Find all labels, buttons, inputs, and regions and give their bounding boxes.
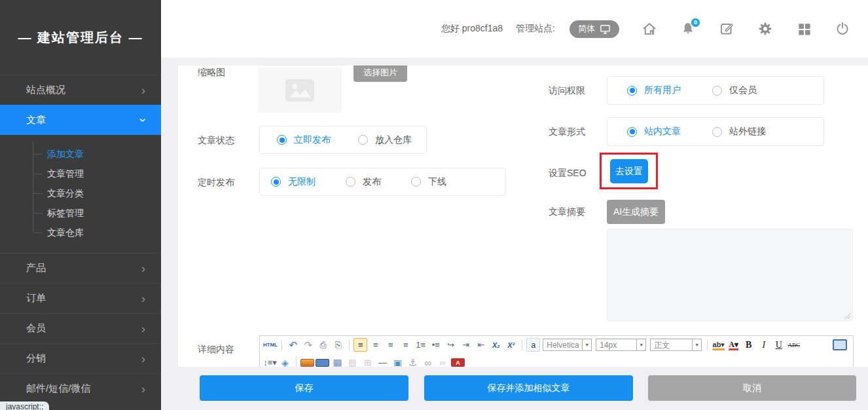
submenu-tag-manage[interactable]: 标签管理 — [0, 203, 161, 223]
radio-option-members-only[interactable]: 仅会员 — [712, 84, 757, 96]
align-center-icon[interactable]: ≡ — [369, 338, 382, 352]
sidebar-item-distribution[interactable]: 分销 › — [0, 343, 161, 373]
unordered-list-icon[interactable]: •≡ — [429, 338, 443, 352]
save-button[interactable]: 保存 — [200, 375, 408, 401]
highlight-color-icon[interactable]: ab▾ — [712, 338, 725, 352]
radio-option-onsite-article[interactable]: 站内文章 — [627, 126, 681, 138]
form-actions-bar: 保存 保存并添加相似文章 取消 — [161, 367, 868, 410]
attach-pdf-icon[interactable]: A — [451, 358, 465, 367]
ordered-list-icon[interactable]: 1≡ — [414, 338, 427, 352]
outdent-icon[interactable]: ⇤ — [474, 338, 488, 352]
submenu-article-category[interactable]: 文章分类 — [0, 183, 161, 203]
radio-option-publish-now[interactable]: 立即发布 — [277, 134, 331, 146]
merge-cells-icon[interactable]: ⊞ — [361, 356, 374, 367]
cancel-button[interactable]: 取消 — [648, 375, 856, 401]
thumbnail-placeholder[interactable] — [258, 67, 342, 113]
ai-generate-summary-button[interactable]: AI生成摘要 — [607, 200, 665, 224]
notification-badge: 0 — [690, 17, 701, 28]
radio-unselected-icon — [358, 135, 368, 145]
sidebar-item-articles[interactable]: 文章 › — [0, 105, 161, 135]
image-placeholder-icon — [285, 79, 315, 102]
language-pill-button[interactable]: 简体 — [570, 20, 619, 38]
undo-icon[interactable]: ↶ — [286, 338, 300, 352]
radio-option-to-warehouse[interactable]: 放入仓库 — [358, 134, 412, 146]
radio-option-all-users[interactable]: 所有用户 — [627, 84, 681, 96]
apps-button[interactable] — [795, 20, 812, 37]
notifications-button[interactable]: 0 — [679, 20, 696, 37]
fullscreen-icon[interactable] — [833, 339, 847, 350]
insert-table-icon[interactable]: ▦ — [331, 356, 344, 367]
radio-option-unlimited[interactable]: 无限制 — [271, 176, 316, 188]
save-and-add-similar-button[interactable]: 保存并添加相似文章 — [424, 375, 633, 401]
radio-option-publish[interactable]: 发布 — [346, 176, 381, 188]
choose-image-button[interactable]: 选择图片 — [353, 65, 407, 82]
first-line-indent-icon[interactable]: ↪ — [444, 338, 458, 352]
italic-icon[interactable]: I — [757, 338, 770, 352]
toolbar-separator — [522, 340, 522, 350]
insert-link-icon[interactable]: ∞ — [421, 356, 435, 367]
submenu-article-manage[interactable]: 文章管理 — [0, 164, 161, 183]
paragraph-style-select[interactable]: 正文 ▾ — [650, 339, 702, 351]
home-button[interactable] — [641, 20, 658, 37]
subscript-icon[interactable]: X₂ — [489, 338, 503, 352]
bold-icon[interactable]: B — [742, 338, 755, 352]
align-left-icon[interactable]: ≡ — [353, 338, 367, 352]
redo-icon[interactable]: ↷ — [301, 338, 315, 352]
sidebar-item-label: 邮件/短信/微信 — [26, 382, 90, 395]
indent-icon[interactable]: ⇥ — [459, 338, 473, 352]
editor-toolbar-row2: ↕≡▾◈▦▤⊞—▣⚓∞∞A — [260, 354, 853, 367]
sidebar-item-members[interactable]: 会员 › — [0, 313, 161, 343]
radio-selected-icon — [277, 135, 287, 145]
format-eraser-icon[interactable]: ◈ — [278, 356, 292, 367]
radio-unselected-icon — [346, 177, 355, 187]
insert-image-icon[interactable] — [300, 359, 314, 367]
toolbar-group-2: ab▾A▾BIUABC — [712, 338, 801, 352]
settings-button[interactable] — [757, 20, 774, 37]
print-icon[interactable]: ⎙ — [316, 338, 330, 352]
chevron-right-icon: › — [141, 292, 145, 305]
chevron-right-icon: › — [141, 382, 145, 395]
compose-button[interactable] — [718, 20, 735, 37]
sidebar-item-orders[interactable]: 订单 › — [0, 283, 161, 313]
unlink-icon[interactable]: ∞ — [436, 356, 450, 367]
superscript-icon[interactable]: X² — [504, 338, 518, 352]
line-height-icon[interactable]: ↕≡▾ — [263, 356, 277, 367]
rich-text-editor: HTML↶↷⎙⎘≡≡≡≡1≡•≡↪⇥⇤X₂X²a Helvetica N ▾ 1… — [259, 335, 854, 367]
underline-icon[interactable]: U — [772, 338, 786, 352]
paste-as-text-icon[interactable]: ⎘ — [331, 338, 345, 352]
scheduled-publish-label: 定时发布 — [198, 177, 234, 189]
html-source-icon[interactable]: HTML — [263, 338, 278, 352]
radio-selected-icon — [271, 177, 281, 187]
sidebar: — 建站管理后台 — 站点概况 › 文章 › 添加文章文章管理文章分类标签管理文… — [0, 0, 161, 410]
submenu-add-article[interactable]: 添加文章 — [0, 144, 161, 164]
access-permission-label: 访问权限 — [549, 85, 585, 97]
align-justify-icon[interactable]: ≡ — [399, 338, 412, 352]
sidebar-item-mail-sms-wechat[interactable]: 邮件/短信/微信 › — [0, 373, 161, 403]
font-size-select[interactable]: 14px ▾ — [596, 339, 646, 351]
submenu-article-archive[interactable]: 文章仓库 — [0, 223, 161, 242]
logout-button[interactable] — [834, 20, 851, 37]
strikethrough-icon[interactable]: ABC — [787, 338, 801, 352]
edit-icon — [719, 21, 734, 37]
sidebar-item-label: 订单 — [26, 292, 46, 305]
radio-option-offline[interactable]: 下线 — [411, 176, 446, 188]
sidebar-item-label: 产品 — [26, 262, 46, 274]
align-right-icon[interactable]: ≡ — [384, 338, 397, 352]
summary-textarea[interactable] — [607, 229, 853, 322]
table-row-icon[interactable]: ▤ — [346, 356, 359, 367]
font-color-icon[interactable]: A▾ — [727, 338, 740, 352]
sidebar-item-overview[interactable]: 站点概况 › — [0, 75, 161, 105]
monitor-icon — [600, 24, 611, 34]
insert-map-icon[interactable]: ▣ — [391, 356, 405, 367]
sidebar-item-products[interactable]: 产品 › — [0, 253, 161, 283]
power-icon — [835, 21, 850, 37]
article-status-label: 文章状态 — [198, 135, 234, 147]
quote-icon[interactable]: a — [526, 338, 540, 352]
sidebar-item-label: 会员 — [26, 322, 46, 335]
horizontal-rule-icon[interactable]: — — [376, 356, 389, 367]
anchor-icon[interactable]: ⚓ — [406, 356, 420, 367]
insert-video-icon[interactable] — [316, 359, 329, 367]
radio-option-external-link[interactable]: 站外链接 — [712, 126, 766, 138]
font-family-select[interactable]: Helvetica N ▾ — [543, 339, 592, 351]
sidebar-item-label: 分销 — [26, 352, 46, 365]
